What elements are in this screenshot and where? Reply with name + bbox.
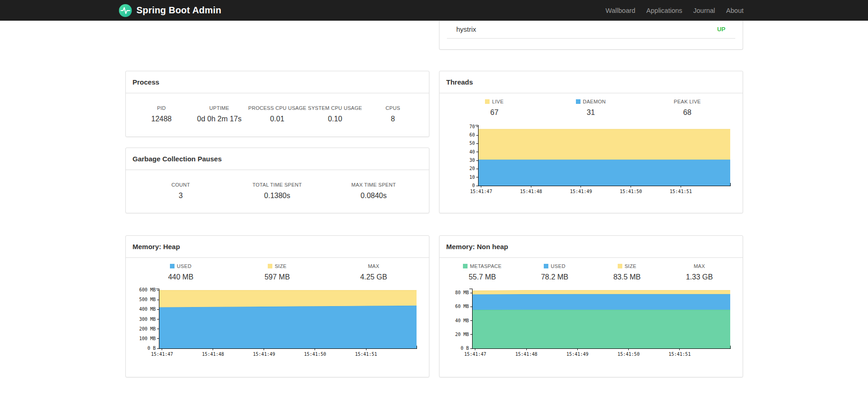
metric-label: PID	[133, 105, 191, 111]
metric-label: LIVE	[446, 99, 543, 104]
svg-text:15:41:50: 15:41:50	[617, 352, 639, 357]
metric-count: COUNT3	[133, 182, 229, 200]
metric-value: 55.7 MB	[446, 273, 519, 281]
process-metrics: PID12488UPTIME0d 0h 2m 17sPROCESS CPU US…	[126, 93, 429, 123]
threads-chart-svg: 01020304050607015:41:4715:41:4815:41:491…	[446, 121, 736, 198]
metric-value: 597 MB	[229, 273, 326, 281]
nonheap-chart-svg: 0 B20 MB40 MB60 MB80 MB15:41:4715:41:481…	[446, 286, 736, 360]
svg-text:300 MB: 300 MB	[139, 317, 155, 322]
svg-text:40 MB: 40 MB	[455, 318, 468, 323]
metric-value: 31	[543, 108, 639, 117]
top-navbar: Spring Boot Admin WallboardApplicationsJ…	[0, 0, 868, 21]
application-health-panel: hystrix UP	[439, 21, 743, 50]
metric-size: SIZE83.5 MB	[591, 263, 664, 281]
nonheap-chart: 0 B20 MB40 MB60 MB80 MB15:41:4715:41:481…	[446, 286, 736, 362]
metric-label: SYSTEM CPU USAGE	[306, 105, 364, 111]
svg-text:15:41:49: 15:41:49	[569, 189, 592, 194]
metric-value: 12488	[133, 115, 191, 123]
metric-label: PROCESS CPU USAGE	[248, 105, 306, 111]
metric-used: USED440 MB	[133, 263, 229, 281]
legend-swatch-daemon-icon	[576, 99, 581, 104]
metric-label: METASPACE	[446, 263, 519, 269]
svg-text:600 MB: 600 MB	[139, 287, 155, 292]
svg-text:20: 20	[469, 166, 474, 171]
nav-link-journal[interactable]: Journal	[693, 7, 716, 14]
health-indicator-name: hystrix	[457, 25, 476, 33]
svg-text:0 B: 0 B	[147, 346, 155, 351]
nonheap-metrics: METASPACE55.7 MBUSED78.2 MBSIZE83.5 MBMA…	[440, 258, 743, 281]
metric-peak-live: PEAK LIVE68	[639, 99, 736, 117]
svg-text:15:41:49: 15:41:49	[566, 352, 588, 357]
navbar-links: WallboardApplicationsJournalAbout	[606, 7, 744, 14]
metric-label: MAX	[663, 263, 736, 269]
metric-max: MAX1.33 GB	[663, 263, 736, 281]
svg-text:15:41:49: 15:41:49	[253, 352, 275, 357]
heap-panel-title: Memory: Heap	[126, 236, 429, 258]
svg-text:60: 60	[469, 132, 474, 137]
nav-link-wallboard[interactable]: Wallboard	[606, 7, 636, 14]
metric-value: 8	[364, 115, 422, 123]
legend-swatch-size-icon	[268, 264, 272, 268]
svg-text:20 MB: 20 MB	[455, 332, 468, 337]
main-content: Process PID12488UPTIME0d 0h 2m 17sPROCES…	[125, 21, 743, 377]
svg-text:15:41:50: 15:41:50	[304, 352, 326, 357]
legend-swatch-live-icon	[485, 99, 490, 104]
metric-used: USED78.2 MB	[519, 263, 591, 281]
metric-label: PEAK LIVE	[639, 99, 736, 104]
svg-text:15:41:50: 15:41:50	[620, 189, 642, 194]
threads-panel: Threads LIVE67DAEMON31PEAK LIVE68 010203…	[439, 71, 743, 213]
metric-label: USED	[519, 263, 591, 269]
metric-value: 4.25 GB	[326, 273, 422, 281]
heap-metrics: USED440 MBSIZE597 MBMAX4.25 GB	[126, 258, 429, 281]
heap-chart-svg: 0 B100 MB200 MB300 MB400 MB500 MB600 MB1…	[133, 286, 422, 360]
svg-text:50: 50	[469, 141, 474, 146]
metric-value: 0.01	[248, 115, 306, 123]
gc-metrics: COUNT3TOTAL TIME SPENT0.1380sMAX TIME SP…	[126, 170, 429, 200]
metric-daemon: DAEMON31	[543, 99, 639, 117]
nav-link-applications[interactable]: Applications	[646, 7, 682, 14]
metric-pid: PID12488	[133, 105, 191, 123]
left-column: Process PID12488UPTIME0d 0h 2m 17sPROCES…	[125, 21, 429, 377]
metric-value: 83.5 MB	[591, 273, 664, 281]
health-row-hystrix: hystrix UP	[447, 21, 735, 39]
svg-text:100 MB: 100 MB	[139, 336, 155, 341]
legend-swatch-size-icon	[618, 264, 622, 268]
svg-text:500 MB: 500 MB	[139, 297, 155, 302]
nav-link-about[interactable]: About	[726, 7, 744, 14]
svg-text:80 MB: 80 MB	[455, 290, 468, 295]
svg-text:60 MB: 60 MB	[455, 304, 468, 309]
metric-label: USED	[133, 263, 229, 269]
metric-label: DAEMON	[543, 99, 639, 104]
svg-text:0: 0	[472, 183, 474, 188]
svg-text:200 MB: 200 MB	[139, 326, 155, 331]
spring-boot-admin-logo-icon	[118, 4, 132, 17]
metric-uptime: UPTIME0d 0h 2m 17s	[191, 105, 248, 123]
metric-live: LIVE67	[446, 99, 543, 117]
metric-max-time-spent: MAX TIME SPENT0.0840s	[326, 182, 422, 200]
legend-swatch-used-icon	[170, 264, 175, 268]
metric-label: MAX TIME SPENT	[326, 182, 422, 188]
gc-panel-title: Garbage Collection Pauses	[126, 148, 429, 170]
svg-text:10: 10	[469, 175, 474, 180]
health-status-badge: UP	[717, 26, 725, 33]
metric-cpus: CPUS8	[364, 105, 422, 123]
threads-chart: 01020304050607015:41:4715:41:4815:41:491…	[446, 121, 736, 199]
svg-text:15:41:51: 15:41:51	[355, 352, 377, 357]
metric-system-cpu-usage: SYSTEM CPU USAGE0.10	[306, 105, 364, 123]
metric-label: COUNT	[133, 182, 229, 188]
metric-value: 78.2 MB	[519, 273, 591, 281]
metric-label: CPUS	[364, 105, 422, 111]
svg-text:15:41:51: 15:41:51	[670, 189, 692, 194]
metric-label: TOTAL TIME SPENT	[229, 182, 326, 188]
nonheap-panel-title: Memory: Non heap	[440, 236, 743, 258]
svg-text:15:41:48: 15:41:48	[202, 352, 224, 357]
brand-link[interactable]: Spring Boot Admin	[118, 4, 221, 17]
svg-text:70: 70	[469, 124, 474, 129]
metric-value: 3	[133, 192, 229, 200]
threads-panel-title: Threads	[440, 71, 743, 93]
metric-value: 68	[639, 108, 736, 117]
metric-value: 0.10	[306, 115, 364, 123]
svg-text:15:41:47: 15:41:47	[151, 352, 173, 357]
svg-text:400 MB: 400 MB	[139, 307, 155, 312]
metric-size: SIZE597 MB	[229, 263, 326, 281]
